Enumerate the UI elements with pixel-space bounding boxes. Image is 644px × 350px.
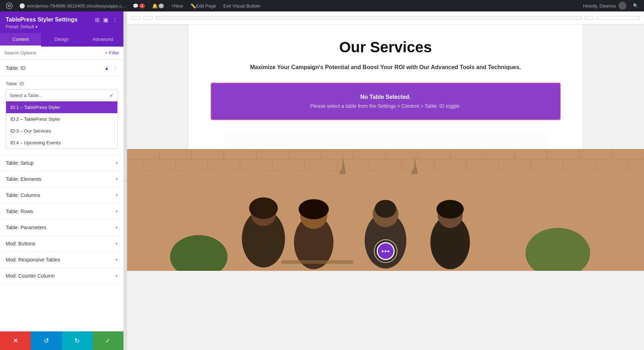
toolbar-btn-2[interactable] [143, 16, 153, 20]
chevron-down-icon: ▾ [116, 177, 118, 182]
admin-bar-user[interactable]: Howdy, Deanna [579, 2, 630, 10]
save-button[interactable]: ✓ [93, 331, 123, 350]
table-widget-inner: No Table Selected. Please select a table… [211, 83, 560, 120]
svg-rect-49 [281, 260, 353, 264]
cancel-button[interactable]: ✕ [0, 331, 31, 350]
main-content: Our Services Maximize Your Campaign's Po… [127, 11, 644, 350]
chevron-down-icon: ▾ [116, 193, 118, 198]
section-mod-buttons[interactable]: Mod: Buttons ▾ [0, 236, 123, 252]
site-icon: ⚪ [19, 3, 25, 9]
cafe-image [127, 149, 644, 271]
admin-bar-exit-builder[interactable]: Exit Visual Builder [220, 0, 264, 11]
toolbar-btn-1[interactable] [131, 16, 141, 20]
table-widget: No Table Selected. Please select a table… [210, 82, 561, 120]
sidebar-responsive-icon[interactable]: ⊞ [95, 16, 99, 23]
chevron-down-icon: ▾ [116, 257, 118, 262]
sidebar: TablePress Styler Settings Preset: Defau… [0, 11, 123, 350]
bottom-toolbar: ✕ ↺ ↻ ✓ [0, 331, 123, 350]
sidebar-tabs: Content Design Advanced [0, 33, 123, 47]
tab-design[interactable]: Design [41, 33, 82, 47]
section-id-actions: ▲ ⋮ [104, 64, 118, 71]
dropdown-option-id1[interactable]: ID:1 – TablePress Styler [6, 101, 117, 113]
dropdown-check-icon: ✓ [109, 92, 114, 98]
reset-button[interactable]: ↺ [31, 331, 62, 350]
admin-bar-site[interactable]: ⚪ wordpress-784896-3610405.cloudwaysapps… [16, 0, 129, 11]
toolbar-btn-5[interactable] [597, 16, 640, 20]
toolbar-btn-3[interactable] [156, 16, 582, 20]
chevron-down-icon: ▾ [116, 160, 118, 166]
chevron-down-icon: ▾ [116, 273, 118, 278]
dropdown-options: ID:1 – TablePress Styler ID:2 – TablePre… [6, 101, 117, 149]
sidebar-search: + Filter [0, 47, 123, 59]
chat-bubble-button[interactable] [377, 242, 395, 260]
svg-text:W: W [8, 4, 11, 8]
page-subtitle: Maximize Your Campaign's Potential and B… [210, 63, 561, 72]
search-input[interactable] [0, 47, 101, 59]
section-table-setup[interactable]: Table: Setup ▾ [0, 155, 123, 171]
section-table-id-header[interactable]: Table: ID ▲ ⋮ [0, 59, 123, 77]
user-avatar [619, 2, 626, 10]
dropdown-option-id4[interactable]: ID:4 – Upcoming Events [6, 137, 117, 149]
filter-button[interactable]: + Filter [101, 47, 123, 58]
page-title: Our Services [210, 39, 561, 56]
dropdown-option-id2[interactable]: ID:2 – TablePress Styler [6, 113, 117, 125]
section-mod-responsive[interactable]: Mod: Responsive Tables ▾ [0, 252, 123, 268]
sidebar-header: TablePress Styler Settings Preset: Defau… [0, 11, 123, 33]
admin-bar-new[interactable]: + New [167, 0, 187, 11]
svg-point-46 [436, 200, 464, 219]
no-table-desc: Please select a table from the Settings … [218, 103, 553, 109]
toolbar-btn-4[interactable] [585, 16, 594, 20]
dropdown-placeholder: Select a Table... [10, 93, 43, 98]
section-table-id-content: Table: ID Select a Table... ✓ ID:1 – Tab… [0, 77, 123, 155]
admin-bar-edit-page[interactable]: ✏️ Edit Page [187, 0, 220, 11]
admin-bar: W ⚪ wordpress-784896-3610405.cloudwaysap… [0, 0, 644, 11]
chevron-down-icon: ▾ [116, 241, 118, 246]
admin-search-button[interactable]: 🔍 [630, 3, 641, 8]
wp-logo[interactable]: W [3, 0, 16, 11]
sidebar-more-icon[interactable]: ⋮ [112, 16, 118, 23]
preset-chevron-icon: ▾ [35, 24, 38, 29]
dropdown-option-id3[interactable]: ID:3 – Our Services [6, 125, 117, 137]
tab-advanced[interactable]: Advanced [82, 33, 123, 47]
section-collapse-icon[interactable]: ▲ [104, 65, 109, 71]
admin-bar-notifications[interactable]: 🔔 0 [148, 0, 168, 11]
svg-point-43 [375, 200, 396, 218]
content-toolbar [127, 11, 644, 24]
admin-bar-comments[interactable]: 💬 4 [129, 0, 148, 11]
sidebar-preset[interactable]: Preset: Default ▾ [6, 24, 118, 29]
tab-content[interactable]: Content [0, 33, 41, 47]
table-id-dropdown[interactable]: Select a Table... ✓ ID:1 – TablePress St… [6, 89, 118, 149]
section-table-parameters[interactable]: Table: Parameters ▾ [0, 220, 123, 236]
decorative-bg [210, 131, 561, 149]
section-mod-counter[interactable]: Mod: Counter Column ▾ [0, 268, 123, 284]
sidebar-content: Table: ID ▲ ⋮ Table: ID Select a Table..… [0, 59, 123, 350]
section-table-rows[interactable]: Table: Rows ▾ [0, 203, 123, 220]
sidebar-layout-icon[interactable]: ▣ [103, 16, 108, 23]
resize-handle[interactable] [123, 11, 127, 350]
no-table-title: No Table Selected. [218, 94, 553, 100]
chevron-down-icon: ▾ [116, 225, 118, 230]
sidebar-header-actions: ⊞ ▣ ⋮ [95, 16, 118, 23]
svg-point-40 [299, 199, 329, 219]
page-body: Our Services Maximize Your Campaign's Po… [189, 24, 582, 149]
dropdown-select-row[interactable]: Select a Table... ✓ [6, 90, 117, 101]
section-table-elements[interactable]: Table: Elements ▾ [0, 171, 123, 187]
section-table-columns[interactable]: Table: Columns ▾ [0, 187, 123, 203]
image-section [127, 149, 644, 271]
redo-button[interactable]: ↻ [62, 331, 93, 350]
svg-point-37 [249, 197, 278, 219]
table-id-field-label: Table: ID [6, 81, 118, 86]
chevron-down-icon: ▾ [116, 209, 118, 214]
section-more-icon[interactable]: ⋮ [112, 64, 118, 71]
chat-dots [382, 250, 389, 252]
